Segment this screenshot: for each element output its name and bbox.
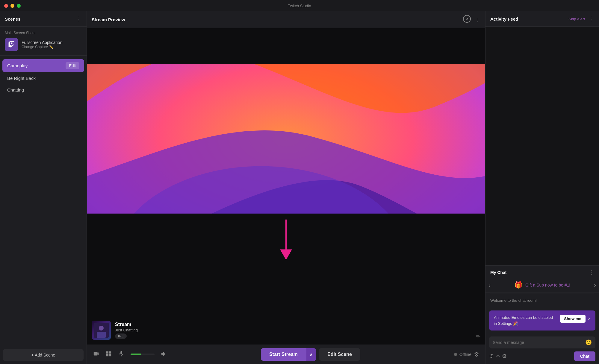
twitch-app-icon [5, 38, 18, 51]
chat-input-wrapper: 🙂 [489, 336, 595, 348]
scenes-title: Scenes [5, 16, 21, 22]
gift-emoji: 🎁 [514, 281, 522, 289]
notification-banner: Animated Emotes can be disabled in Setti… [489, 310, 595, 331]
settings-icon[interactable]: ⚙ [474, 351, 479, 358]
my-chat-section: My Chat ⋮ ‹ 🎁 Gift a Sub now to be #1! ›… [485, 265, 599, 364]
title-bar: Twitch Studio [0, 0, 599, 11]
mic-bar [131, 354, 155, 355]
bottom-center: Start Stream ∧ Edit Scene [261, 348, 360, 361]
stream-tag: IRL [115, 333, 127, 339]
scene-item-chatting[interactable]: Chatting [2, 84, 84, 95]
gift-sub-content: 🎁 Gift a Sub now to be #1! [494, 281, 591, 289]
stream-info: Stream Just Chatting IRL [92, 321, 138, 340]
stream-preview-title: Stream Preview [92, 17, 125, 22]
start-stream-button[interactable]: Start Stream [261, 348, 306, 361]
skip-alert-button[interactable]: Skip Alert [568, 17, 585, 21]
my-chat-menu-icon[interactable]: ⋮ [589, 269, 594, 276]
gift-sub-text[interactable]: Gift a Sub now to be #1! [525, 283, 570, 287]
right-panel: Activity Feed Skip Alert ⋮ My Chat ⋮ ‹ 🎁… [485, 11, 599, 364]
bottom-bar: Start Stream ∧ Edit Scene Offline ⚙ [87, 345, 485, 364]
minimize-button[interactable] [10, 4, 14, 8]
stream-preview-area: Stream Just Chatting IRL ✏ [87, 28, 485, 345]
mic-level [131, 354, 155, 355]
chat-send-button[interactable]: Chat [574, 351, 595, 361]
emoji-button[interactable]: 🙂 [585, 339, 592, 346]
scenes-menu-icon[interactable]: ⋮ [76, 16, 82, 22]
chat-input-area: 🙂 ⏱ ∞ ⚙ Chat [485, 333, 599, 364]
activity-menu-icon[interactable]: ⋮ [589, 16, 594, 22]
speaker-icon[interactable] [161, 351, 167, 359]
stream-canvas [87, 64, 485, 214]
mic-icon[interactable] [118, 351, 125, 359]
close-notification-button[interactable]: × [588, 316, 591, 322]
scene-name-be-right-back: Be Right Back [7, 76, 36, 81]
maximize-button[interactable] [17, 4, 21, 8]
arrow-indicator [280, 220, 292, 260]
preview-profile-icon[interactable]: 𝓁 [463, 15, 471, 24]
offline-dot [454, 353, 457, 356]
show-me-button[interactable]: Show me [560, 315, 586, 323]
preview-bottom: Stream Just Chatting IRL ✏ [87, 214, 485, 345]
header-right: 𝓁 ⋮ [463, 15, 480, 24]
chat-timer-icon: ⏱ [489, 354, 494, 359]
preview-top-black [87, 28, 485, 64]
mic-fill [131, 354, 141, 355]
app-title: Twitch Studio [288, 4, 311, 8]
start-stream-chevron[interactable]: ∧ [306, 348, 316, 361]
stream-thumbnail-img [92, 321, 111, 340]
welcome-message: Welcome to the chat room! [485, 293, 599, 307]
chat-bottom-left: ⏱ ∞ ⚙ [489, 353, 507, 360]
close-button[interactable] [4, 4, 8, 8]
activity-header: Activity Feed Skip Alert ⋮ [485, 11, 599, 27]
scene-item-be-right-back[interactable]: Be Right Back [2, 73, 84, 84]
carousel-right-arrow[interactable]: › [591, 282, 599, 289]
change-capture[interactable]: Change Capture ✏️ [22, 45, 62, 49]
gameplay-edit-button[interactable]: Edit [66, 62, 79, 69]
arrow-head [280, 249, 292, 260]
my-chat-title: My Chat [490, 270, 506, 275]
my-chat-header: My Chat ⋮ [485, 266, 599, 279]
stream-name: Stream [115, 322, 138, 327]
scene-name-gameplay: Gameplay [7, 63, 28, 68]
video-camera-icon[interactable] [93, 351, 99, 359]
twitch-logo-svg [8, 41, 15, 48]
edit-scene-button[interactable]: Edit Scene [319, 348, 360, 361]
stream-category: Just Chatting [115, 328, 138, 332]
chat-infinity: ∞ [496, 354, 500, 359]
arrow-shaft [285, 220, 287, 249]
preview-menu-icon[interactable]: ⋮ [475, 16, 480, 23]
capture-name: Fullscreen Application [22, 40, 62, 45]
stream-edit-icon[interactable]: ✏ [476, 333, 480, 340]
notification-text: Animated Emotes can be disabled in Setti… [494, 315, 557, 326]
svg-text:𝓁: 𝓁 [466, 17, 469, 21]
layout-icon[interactable] [105, 351, 112, 359]
screen-share-item: Fullscreen Application Change Capture ✏️ [5, 38, 82, 51]
offline-label: Offline [459, 352, 471, 357]
bottom-right: Offline ⚙ [454, 351, 479, 358]
stream-text: Stream Just Chatting IRL [115, 322, 138, 339]
sidebar-header: Scenes ⋮ [0, 11, 87, 27]
chat-settings-icon[interactable]: ⚙ [502, 353, 507, 360]
preview-svg [87, 64, 485, 214]
capture-info: Fullscreen Application Change Capture ✏️ [22, 40, 62, 49]
sidebar: Scenes ⋮ Main Screen Share Fullscreen Ap… [0, 11, 87, 364]
chat-input[interactable] [493, 336, 585, 348]
svg-rect-6 [97, 332, 106, 338]
scene-item-gameplay[interactable]: Gameplay Edit [2, 59, 84, 72]
thumbnail-svg [94, 323, 109, 338]
scene-list: Gameplay Edit Be Right Back Chatting [0, 56, 87, 346]
activity-feed-title: Activity Feed [490, 16, 518, 22]
profile-svg: 𝓁 [463, 15, 471, 23]
main-content: Scenes ⋮ Main Screen Share Fullscreen Ap… [0, 11, 599, 364]
carousel-left-arrow[interactable]: ‹ [485, 282, 494, 289]
screen-share-section: Main Screen Share Fullscreen Application… [0, 27, 87, 56]
activity-area [485, 27, 599, 265]
scene-name-chatting: Chatting [7, 87, 24, 92]
bottom-left [93, 351, 167, 359]
arrow-down [280, 220, 292, 260]
notification-actions: Show me × [560, 315, 591, 323]
traffic-lights [4, 4, 21, 8]
activity-header-right: Skip Alert ⋮ [568, 16, 594, 22]
stream-thumbnail [92, 321, 111, 340]
add-scene-button[interactable]: + Add Scene [3, 349, 84, 361]
